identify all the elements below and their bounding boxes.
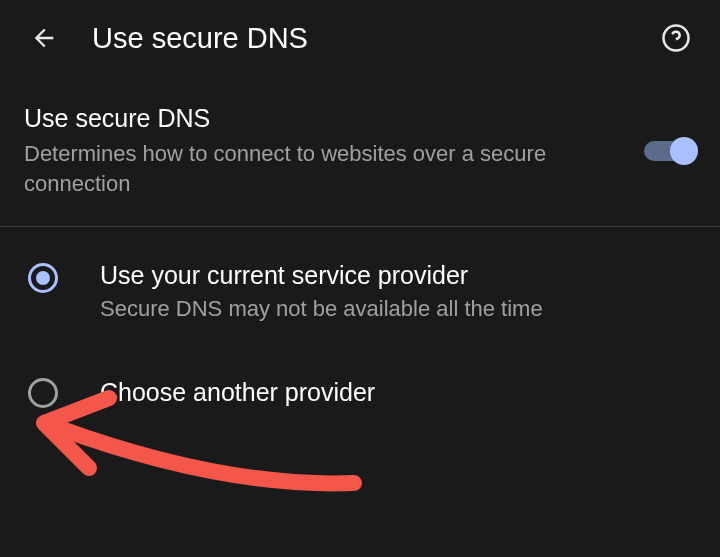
radio-button-unselected xyxy=(28,378,58,408)
help-button[interactable] xyxy=(656,18,696,58)
page-title: Use secure DNS xyxy=(92,22,628,55)
toggle-subtitle: Determines how to connect to websites ov… xyxy=(24,139,624,198)
radio-text-block: Choose another provider xyxy=(100,378,375,407)
radio-dot xyxy=(36,271,50,285)
secure-dns-toggle[interactable] xyxy=(644,141,696,161)
radio-current-subtitle: Secure DNS may not be available all the … xyxy=(100,294,543,324)
header: Use secure DNS xyxy=(0,0,720,76)
toggle-text-block: Use secure DNS Determines how to connect… xyxy=(24,104,644,198)
radio-another-provider[interactable]: Choose another provider xyxy=(0,362,720,422)
help-icon xyxy=(661,23,691,53)
provider-radio-group: Use your current service provider Secure… xyxy=(0,227,720,442)
radio-current-provider[interactable]: Use your current service provider Secure… xyxy=(0,247,720,338)
radio-another-title: Choose another provider xyxy=(100,378,375,407)
radio-current-title: Use your current service provider xyxy=(100,261,543,290)
radio-button-selected xyxy=(28,263,58,293)
toggle-knob xyxy=(670,137,698,165)
back-arrow-icon xyxy=(30,24,58,52)
toggle-title: Use secure DNS xyxy=(24,104,624,133)
secure-dns-toggle-row[interactable]: Use secure DNS Determines how to connect… xyxy=(0,76,720,227)
radio-text-block: Use your current service provider Secure… xyxy=(100,261,543,324)
back-button[interactable] xyxy=(24,18,64,58)
